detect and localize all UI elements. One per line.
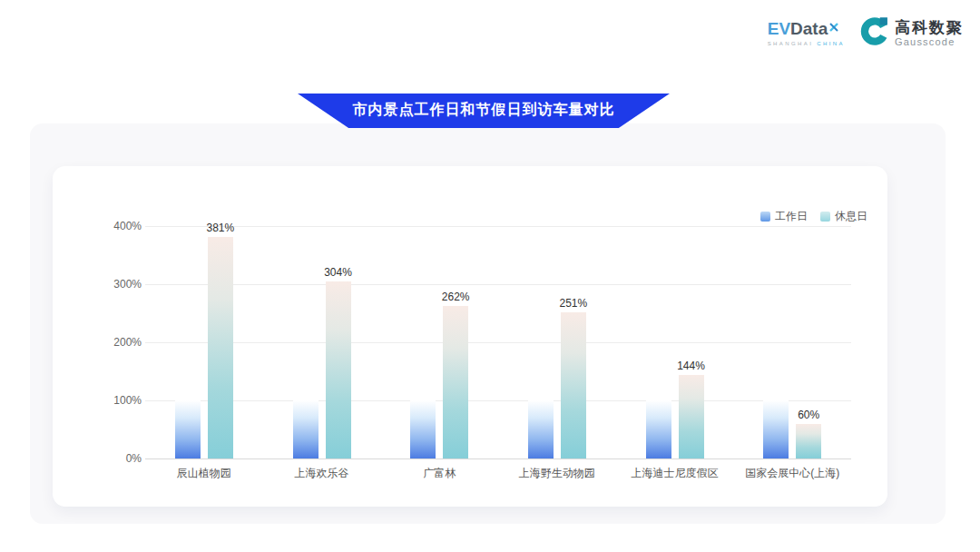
chart-title: 市内景点工作日和节假日到访车量对比 [353,101,615,122]
bar-restday[interactable] [443,306,468,458]
y-tick-label: 0% [85,452,142,465]
y-axis-labels: 400%300%200%100%0% [85,226,142,458]
category-label: 广富林 [380,466,498,481]
bar-restday-wrap: 60% [796,424,821,458]
category-label: 辰山植物园 [145,466,263,481]
bar-restday[interactable] [679,375,704,458]
legend-label-restday: 休息日 [835,209,867,224]
evdata-logo: EVData SHANGHAI CHINA [768,16,845,47]
bar-workday[interactable] [646,400,671,458]
bars-layer: 381%304%262%251%144%60% [145,226,851,458]
bar-restday[interactable] [326,281,351,458]
bar-restday-wrap: 262% [443,306,468,458]
category-label: 上海野生动物园 [498,466,616,481]
bar-value-label: 304% [324,266,352,279]
bar-restday-wrap: 381% [208,237,233,458]
gausscode-logo: 高科数聚 Gausscode [859,16,964,50]
category-labels: 辰山植物园上海欢乐谷广富林上海野生动物园上海迪士尼度假区国家会展中心(上海) [145,466,851,481]
bar-group: 144% [616,226,734,458]
bar-restday-wrap: 251% [561,312,586,458]
chart-title-banner: 市内景点工作日和节假日到访车量对比 [298,94,670,128]
legend-label-workday: 工作日 [775,209,808,224]
bar-value-label: 262% [442,291,470,303]
bar-restday[interactable] [208,237,233,458]
gausscode-cn-name: 高科数聚 [895,19,964,36]
bar-workday[interactable] [763,400,789,458]
evdata-tagline-left: SHANGHAI [768,41,814,46]
y-tick-label: 200% [85,336,142,349]
bar-value-label: 144% [677,360,705,372]
evdata-tagline: SHANGHAI CHINA [768,41,845,47]
evdata-ev-text: EV [768,20,790,38]
bar-workday[interactable] [175,400,201,458]
bar-group: 60% [733,226,851,458]
gausscode-text: 高科数聚 Gausscode [895,19,964,48]
legend-swatch-restday-icon [820,212,830,222]
bar-value-label: 251% [559,297,587,310]
evdata-data-text: Data [790,20,828,38]
legend-item-workday[interactable]: 工作日 [760,209,808,224]
gausscode-en-name: Gausscode [895,36,964,48]
bar-workday[interactable] [528,400,554,458]
bar-restday[interactable] [796,424,821,458]
bar-group: 251% [498,226,616,458]
category-label: 上海欢乐谷 [263,466,381,481]
y-tick-label: 100% [85,394,142,407]
y-tick-label: 300% [85,278,142,291]
plot-area: 381%304%262%251%144%60% [145,226,851,458]
x-axis-line [145,458,851,459]
y-tick-label: 400% [85,220,142,232]
legend-item-restday[interactable]: 休息日 [820,209,867,224]
bar-restday[interactable] [561,312,586,458]
bar-restday-wrap: 144% [679,375,704,458]
bar-group: 304% [263,226,381,458]
logo-bar: EVData SHANGHAI CHINA [768,16,964,50]
bar-workday[interactable] [293,400,318,458]
category-label: 国家会展中心(上海) [733,466,851,481]
category-label: 上海迪士尼度假区 [616,466,734,481]
evdata-x-icon [829,17,838,35]
chart-card: 工作日 休息日 400%300%200%100%0% 381%304%262%2… [53,166,887,507]
page: EVData SHANGHAI CHINA [0,0,980,552]
evdata-tagline-right: CHINA [817,41,845,46]
bar-value-label: 381% [206,222,234,234]
bar-workday[interactable] [410,400,436,458]
evdata-wordmark: EVData [768,20,839,38]
bar-restday-wrap: 304% [326,281,351,458]
gausscode-g-icon [859,16,889,50]
legend-swatch-workday-icon [760,212,770,222]
bar-group: 381% [145,226,263,458]
bar-group: 262% [380,226,498,458]
bar-value-label: 60% [798,409,819,421]
chart-legend: 工作日 休息日 [760,209,867,224]
